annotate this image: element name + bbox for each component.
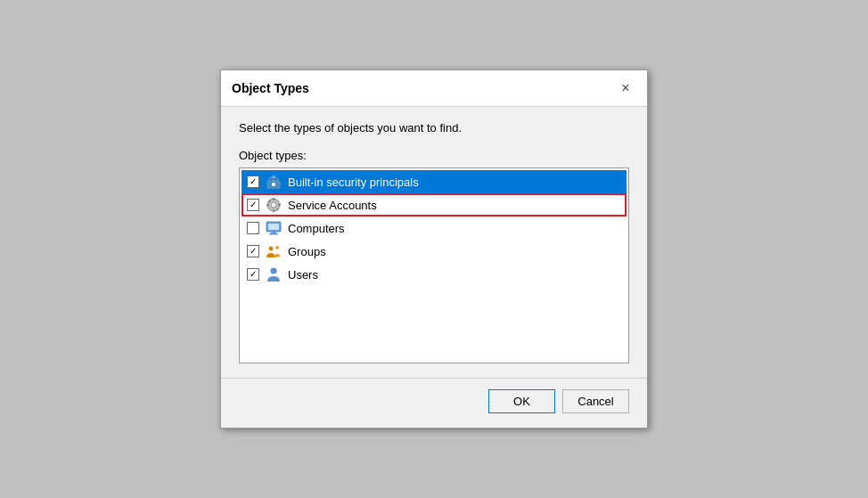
checkbox-computers[interactable] <box>247 222 259 234</box>
list-item-label: Users <box>288 268 318 282</box>
dialog-body: Select the types of objects you want to … <box>221 107 647 378</box>
checkbox-service[interactable] <box>247 199 259 211</box>
svg-point-18 <box>271 268 277 274</box>
list-item[interactable]: Service Accounts <box>242 193 626 216</box>
checkbox-groups[interactable] <box>247 245 259 257</box>
svg-point-16 <box>269 247 274 251</box>
user-icon <box>265 265 283 283</box>
svg-rect-6 <box>273 198 274 200</box>
svg-rect-8 <box>266 204 269 206</box>
description-text: Select the types of objects you want to … <box>239 121 629 135</box>
ok-button[interactable]: OK <box>488 389 555 413</box>
list-item[interactable]: Users <box>242 263 626 286</box>
close-button[interactable]: × <box>615 78 636 99</box>
svg-rect-7 <box>273 209 274 212</box>
dialog-footer: OK Cancel <box>221 378 647 428</box>
svg-point-3 <box>272 176 275 179</box>
cancel-button[interactable]: Cancel <box>562 389 629 413</box>
svg-rect-9 <box>278 204 281 206</box>
object-types-label: Object types: <box>239 149 629 162</box>
svg-rect-15 <box>269 233 278 235</box>
list-item[interactable]: Built-in security principals <box>242 170 626 193</box>
object-types-listbox[interactable]: Built-in security principals <box>239 167 629 363</box>
checkbox-built-in[interactable] <box>247 176 259 188</box>
title-bar: Object Types × <box>221 70 647 107</box>
list-item[interactable]: Groups <box>242 240 626 263</box>
list-item-label: Service Accounts <box>288 199 377 212</box>
svg-point-17 <box>275 246 279 249</box>
list-item[interactable]: Computers <box>242 216 626 240</box>
svg-rect-13 <box>268 224 279 230</box>
group-icon <box>265 242 283 260</box>
computer-icon <box>265 219 283 237</box>
svg-point-2 <box>272 183 275 186</box>
list-item-label: Built-in security principals <box>288 176 419 189</box>
list-item-label: Computers <box>288 222 345 235</box>
svg-point-5 <box>271 202 276 208</box>
dialog-title: Object Types <box>232 81 309 95</box>
list-item-label: Groups <box>288 245 326 258</box>
security-icon <box>265 173 283 191</box>
object-types-dialog: Object Types × Select the types of objec… <box>220 69 648 429</box>
svg-rect-14 <box>271 232 276 233</box>
service-icon <box>265 196 283 214</box>
checkbox-users[interactable] <box>247 268 259 281</box>
